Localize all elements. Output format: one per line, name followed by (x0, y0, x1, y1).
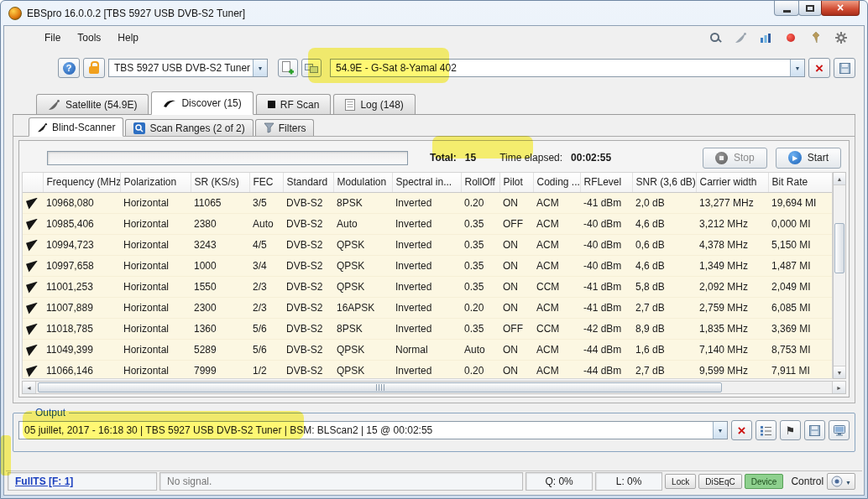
table-cell[interactable]: 3/5 (249, 192, 283, 213)
table-cell[interactable]: 0.20 (461, 360, 499, 379)
horizontal-scroll-track[interactable] (36, 382, 832, 393)
table-cell[interactable]: Horizontal (120, 213, 191, 234)
table-cell[interactable]: 1360 (191, 318, 249, 339)
table-cell[interactable] (23, 276, 43, 297)
table-cell[interactable]: -40 dBm (580, 234, 632, 255)
minimize-button[interactable] (774, 1, 799, 16)
table-cell[interactable]: CCM (533, 318, 580, 339)
table-cell[interactable]: 5,8 dB (632, 276, 696, 297)
table-cell[interactable]: OFF (499, 213, 533, 234)
table-cell[interactable]: DVB-S2 (283, 339, 333, 360)
table-cell[interactable]: Auto (249, 213, 283, 234)
tab-scan-ranges[interactable]: Scan Ranges (2 of 2) (125, 119, 253, 136)
table-cell[interactable]: Inverted (392, 360, 461, 379)
table-cell[interactable]: 2300 (191, 297, 249, 318)
table-cell[interactable]: 11066,146 (43, 360, 120, 379)
table-cell[interactable]: Normal (392, 339, 461, 360)
table-cell[interactable]: 3,369 MI (768, 318, 833, 339)
table-cell[interactable]: 7999 (191, 360, 249, 379)
table-row[interactable]: 11001,253Horizontal15502/3DVB-S2QPSKInve… (23, 276, 833, 297)
table-cell[interactable]: Inverted (392, 213, 461, 234)
table-cell[interactable]: ON (499, 339, 533, 360)
table-cell[interactable] (23, 297, 43, 318)
table-cell[interactable]: Auto (461, 339, 499, 360)
column-header[interactable]: Bit Rate (768, 173, 833, 192)
table-cell[interactable] (23, 192, 43, 213)
tab-discover[interactable]: Discover (15) (151, 91, 253, 115)
column-header[interactable]: Standard (283, 173, 333, 192)
chevron-down-icon[interactable] (253, 60, 267, 76)
table-cell[interactable]: 3,212 MHz (696, 213, 768, 234)
table-cell[interactable]: 2,7 dB (632, 360, 696, 379)
table-cell[interactable]: Inverted (392, 276, 461, 297)
table-cell[interactable]: ON (499, 360, 533, 379)
table-cell[interactable]: -41 dBm (580, 192, 632, 213)
table-cell[interactable]: -40 dBm (580, 255, 632, 276)
table-cell[interactable]: 7,140 MHz (696, 339, 768, 360)
table-cell[interactable] (23, 339, 43, 360)
column-header[interactable]: Modulation (333, 173, 392, 192)
table-cell[interactable]: 0.35 (461, 255, 499, 276)
table-cell[interactable]: QPSK (333, 339, 392, 360)
search-icon[interactable] (708, 30, 723, 45)
table-cell[interactable]: 0,6 dB (632, 234, 696, 255)
table-cell[interactable]: 0.35 (461, 234, 499, 255)
vertical-scroll-thumb[interactable] (834, 223, 844, 273)
table-cell[interactable]: Inverted (392, 234, 461, 255)
chevron-down-icon[interactable] (790, 60, 804, 76)
menu-help[interactable]: Help (109, 29, 147, 46)
pin-icon[interactable] (808, 30, 824, 45)
table-cell[interactable]: 2,0 dB (632, 192, 696, 213)
table-cell[interactable]: 1550 (191, 276, 249, 297)
table-cell[interactable]: 19,694 MI (768, 192, 833, 213)
control-menu-button[interactable] (827, 473, 855, 490)
column-header[interactable]: RollOff (461, 173, 499, 192)
table-cell[interactable]: 1,487 MI (768, 255, 833, 276)
table-cell[interactable]: -40 dBm (580, 213, 632, 234)
table-row[interactable]: 10997,658Horizontal10003/4DVB-S2QPSKInve… (23, 255, 833, 276)
table-cell[interactable]: QPSK (333, 360, 392, 379)
table-row[interactable]: 11007,889Horizontal23002/3DVB-S216APSKIn… (23, 297, 833, 318)
table-cell[interactable]: DVB-S2 (283, 213, 333, 234)
table-row[interactable]: 10994,723Horizontal32434/5DVB-S2QPSKInve… (23, 234, 833, 255)
details-button[interactable] (756, 420, 776, 440)
table-cell[interactable]: 0.20 (461, 297, 499, 318)
table-cell[interactable] (23, 234, 43, 255)
antenna-icon[interactable] (733, 30, 748, 45)
table-cell[interactable]: 5,150 MI (768, 234, 833, 255)
table-cell[interactable]: ACM (533, 360, 580, 379)
table-cell[interactable]: 2,092 MHz (696, 276, 768, 297)
table-cell[interactable]: QPSK (333, 276, 392, 297)
table-cell[interactable]: 2,7 dB (632, 297, 696, 318)
table-cell[interactable]: 3/4 (249, 255, 283, 276)
table-cell[interactable]: Inverted (392, 192, 461, 213)
export-button[interactable] (829, 420, 850, 440)
horizontal-scroll-thumb[interactable] (38, 382, 722, 392)
table-cell[interactable]: 16APSK (333, 297, 392, 318)
table-cell[interactable]: DVB-S2 (283, 360, 333, 379)
table-cell[interactable]: 0.35 (461, 276, 499, 297)
table-cell[interactable]: 2/3 (249, 297, 283, 318)
table-cell[interactable]: -44 dBm (580, 339, 632, 360)
tab-satellite[interactable]: Satellite (54.9E) (36, 94, 149, 114)
vertical-scrollbar[interactable]: ▲ ▼ (833, 172, 846, 379)
table-cell[interactable]: 0.20 (461, 192, 499, 213)
table-cell[interactable] (23, 318, 43, 339)
lock-status-button[interactable]: Lock (665, 474, 696, 489)
table-row[interactable]: 10985,406Horizontal2380AutoDVB-S2AutoInv… (23, 213, 833, 234)
maximize-button[interactable] (798, 1, 822, 16)
satellite-combobox[interactable]: 54.9E - G-Sat 8-Yamal 402 (330, 59, 805, 77)
tab-filters[interactable]: Filters (255, 119, 315, 136)
table-cell[interactable]: 8PSK (333, 318, 392, 339)
table-cell[interactable]: 2/3 (249, 276, 283, 297)
tuner-combobox[interactable]: TBS 5927 USB DVB-S2 Tuner (108, 59, 268, 77)
menu-tools[interactable]: Tools (69, 29, 109, 46)
scroll-left-icon[interactable]: ◄ (23, 382, 36, 393)
horizontal-scrollbar[interactable]: ◄ ► (22, 381, 846, 394)
table-cell[interactable]: 10968,080 (43, 192, 120, 213)
table-cell[interactable]: Inverted (392, 318, 461, 339)
table-cell[interactable]: DVB-S2 (283, 318, 333, 339)
table-cell[interactable]: 7,911 MI (768, 360, 833, 379)
table-cell[interactable]: 6,085 MI (768, 297, 833, 318)
settings-icon[interactable] (834, 30, 849, 45)
